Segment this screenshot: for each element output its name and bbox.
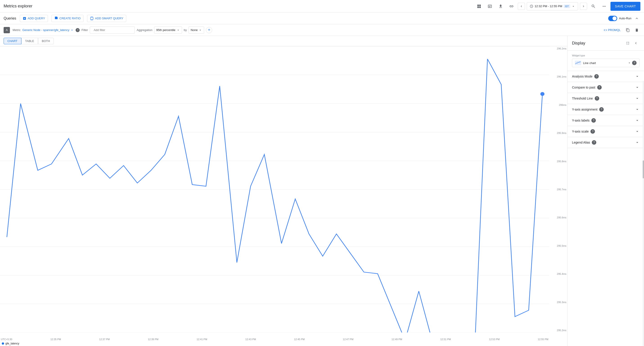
compare-to-past-help-icon[interactable]: ? (597, 85, 602, 90)
top-bar: Metrics explorer (0, 0, 644, 12)
y-axis-scale-chevron (635, 129, 640, 134)
widget-type-dropdown-icon (628, 61, 631, 65)
display-header-icons (624, 39, 640, 47)
collapse-queries-button[interactable] (633, 15, 640, 22)
y-axis-scale-title: Y-axis scale (572, 130, 589, 133)
y-axis-assignment-title: Y-axis assignment (572, 108, 598, 111)
search-icon-btn[interactable] (589, 2, 598, 11)
widget-type-section: Widget type Line chart ? (568, 50, 644, 71)
section-item-left-legend: Legend Alias ? (572, 140, 596, 145)
auto-run-toggle[interactable] (608, 16, 617, 21)
compare-to-past-title: Compare to past (572, 86, 596, 89)
section-item-left-yscale: Y-axis scale ? (572, 129, 595, 134)
analysis-mode-title: Analysis Mode (572, 75, 592, 78)
threshold-line-section[interactable]: Threshold Line ? (568, 93, 644, 104)
add-smart-query-button[interactable]: ADD SMART QUERY (87, 15, 126, 22)
copy-icon (626, 28, 630, 32)
auto-run-container: Auto-Run (608, 15, 640, 22)
timezone-badge: IST (564, 4, 570, 8)
line-chart-widget-icon (575, 61, 581, 65)
create-ratio-icon (54, 17, 58, 20)
prev-time-btn[interactable] (518, 3, 525, 10)
time-range-btn[interactable]: 12:32 PM - 12:55 PM IST (527, 2, 578, 10)
save-chart-button[interactable]: SAVE CHART (610, 2, 640, 11)
chart-container: 296.2ms 296.1ms 296ms 295.9ms 295.8ms 29… (0, 46, 567, 346)
widget-type-value: Line chart (583, 61, 596, 65)
tab-both[interactable]: BOTH (38, 38, 54, 44)
y-axis-scale-section[interactable]: Y-axis scale ? (568, 126, 644, 137)
legend-alias-title: Legend Alias (572, 141, 590, 144)
dashboard-icon-btn[interactable] (474, 2, 484, 11)
add-query-label: ADD QUERY (28, 17, 45, 20)
tab-table[interactable]: TABLE (22, 38, 38, 44)
display-panel: Display Widget type (568, 36, 644, 346)
analysis-mode-chevron (635, 74, 640, 79)
legend-alias-help-icon[interactable]: ? (592, 140, 596, 145)
y-axis-labels-title: Y-axis labels (572, 119, 590, 122)
compare-to-past-chevron (635, 85, 640, 90)
group-by-dropdown-icon (198, 28, 202, 32)
queries-label: Queries (4, 16, 16, 20)
add-aggregation-btn[interactable]: + (206, 27, 212, 33)
metric-selector[interactable]: Generic Node - spanner/gfe_latency (22, 28, 74, 32)
create-ratio-label: CREATE RATIO (60, 17, 80, 20)
legend-alias-section[interactable]: Legend Alias ? (568, 137, 644, 148)
widget-type-selector[interactable]: Line chart ? (572, 59, 640, 67)
add-smart-query-label: ADD SMART QUERY (95, 17, 123, 20)
display-expand-button[interactable] (624, 39, 632, 47)
query-row-a: A Metric Generic Node - spanner/gfe_late… (0, 24, 644, 36)
widget-type-help-icon[interactable]: ? (632, 61, 636, 65)
delete-query-button[interactable] (633, 26, 640, 34)
dropdown-arrow-icon (572, 4, 575, 8)
promql-button[interactable]: PROMQL (602, 26, 622, 34)
group-by-selector[interactable]: None (188, 26, 204, 34)
filter-container[interactable] (90, 26, 135, 34)
collapse-panel-icon (634, 41, 638, 45)
next-time-btn[interactable] (580, 3, 587, 10)
widget-type-left: Line chart (575, 61, 596, 65)
y-axis-assignment-section[interactable]: Y-axis assignment ? (568, 104, 644, 115)
more-options-icon-btn[interactable] (600, 2, 609, 11)
section-item-left-ylabels: Y-axis labels ? (572, 118, 596, 123)
widget-icon (488, 4, 492, 8)
widget-icon-btn[interactable] (485, 2, 494, 11)
analysis-mode-section[interactable]: Analysis Mode ? (568, 71, 644, 82)
legend-dot (2, 343, 4, 345)
query-row-right: PROMQL (602, 26, 640, 34)
link-icon (509, 4, 514, 8)
search-icon (591, 4, 596, 8)
section-item-left: Analysis Mode ? (572, 74, 599, 79)
dashboard-icon (477, 4, 481, 8)
y-axis-assignment-help-icon[interactable]: ? (599, 107, 604, 112)
chart-tabs: CHART TABLE BOTH (0, 36, 567, 46)
scrollbar-thumb[interactable] (643, 161, 644, 178)
collapse-icon (634, 16, 639, 21)
svg-rect-11 (575, 61, 581, 65)
group-by-value: None (190, 28, 198, 32)
widget-type-icons: ? (628, 61, 636, 65)
threshold-line-help-icon[interactable]: ? (595, 96, 599, 101)
tab-chart[interactable]: CHART (4, 38, 22, 44)
y-axis-labels-help-icon[interactable]: ? (591, 118, 596, 123)
by-label: by (184, 28, 187, 32)
y-axis-labels-section[interactable]: Y-axis labels ? (568, 115, 644, 126)
filter-input[interactable] (92, 27, 128, 32)
auto-run-label: Auto-Run (619, 17, 632, 20)
compare-to-past-section[interactable]: Compare to past ? (568, 82, 644, 93)
download-icon (498, 4, 503, 8)
metric-help-icon[interactable]: ? (76, 28, 80, 32)
download-icon-btn[interactable] (496, 2, 505, 11)
copy-query-button[interactable] (624, 26, 632, 34)
create-ratio-button[interactable]: CREATE RATIO (52, 15, 84, 22)
promql-label: PROMQL (608, 28, 620, 32)
metric-value-text: Generic Node - spanner/gfe_latency (22, 28, 69, 32)
link-icon-btn[interactable] (507, 2, 516, 11)
aggregation-selector[interactable]: 95th percentile (154, 26, 182, 34)
section-item-left-compare: Compare to past ? (572, 85, 602, 90)
analysis-mode-help-icon[interactable]: ? (594, 74, 599, 79)
more-options-icon (602, 4, 606, 8)
add-smart-query-icon (90, 17, 94, 20)
display-collapse-button[interactable] (632, 39, 640, 47)
add-query-button[interactable]: ADD QUERY (20, 15, 48, 22)
y-axis-scale-help-icon[interactable]: ? (590, 129, 595, 134)
